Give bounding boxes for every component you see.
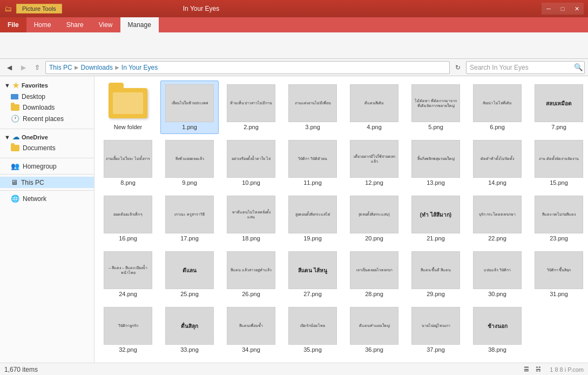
file-name: 26.png: [242, 291, 260, 297]
file-item[interactable]: ตัดตำท้าตั้งไม่จัดตั้ง 14.png: [468, 136, 526, 190]
sidebar-item-documents[interactable]: Documents: [0, 143, 94, 153]
path-this-pc[interactable]: This PC: [49, 64, 72, 71]
file-thumb: อย่าเจรียงตั้งน้ำตาใจ ไล่: [227, 140, 275, 178]
sidebar-item-this-pc[interactable]: 🖥 This PC: [0, 177, 94, 188]
file-item[interactable]: สีแดน แล้วสาวอยู่ทำแล้ว 26.png: [222, 247, 280, 301]
file-item[interactable]: วิบัติกา ขึ้นสิลุก 31.png: [530, 247, 588, 301]
sidebar-label-network: Network: [23, 195, 46, 203]
file-thumb: เปิดรักน้อย ไทย: [288, 307, 337, 345]
file-thumb: สูงตอบตั้งสิ่งกระแสไต่: [288, 196, 337, 233]
close-button[interactable]: ✕: [570, 3, 584, 15]
file-name: 1.png: [182, 124, 197, 130]
file-item[interactable]: เปิดรักน้อย ไทย 35.png: [283, 303, 342, 357]
file-name: 28.png: [365, 291, 383, 297]
file-area: New folder เลื่อนไปในซ้ายประเทศ 1.png ห้…: [94, 76, 588, 363]
file-item[interactable]: งานเลี้ยง ไม่ใจจะ ไม่ตั้งการ 8.png: [99, 136, 157, 190]
sidebar-item-recent[interactable]: 🕐 Recent places: [0, 113, 94, 124]
search-input[interactable]: [467, 64, 572, 71]
tab-manage[interactable]: Manage: [120, 17, 159, 32]
file-item[interactable]: งานแต่งงานไม่มีเพื่อน 3.png: [283, 81, 342, 134]
file-name: 13.png: [427, 179, 445, 186]
tab-file[interactable]: File: [0, 17, 26, 32]
file-item[interactable]: สับเน่า ไม่ไล่ที่เดิม 6.png: [468, 81, 526, 134]
file-item[interactable]: สีแดนเพื่อนซ้ำ 34.png: [222, 303, 280, 357]
sidebar-item-homegroup[interactable]: 👥 Homegroup: [0, 160, 94, 172]
file-item[interactable]: นายไปอยู่ไหนเกา 37.png: [407, 303, 465, 357]
file-item[interactable]: บุรัก กระโดดตลกเกษา 22.png: [468, 192, 526, 245]
tab-view[interactable]: View: [91, 17, 120, 32]
file-item[interactable]: ดีแลน 25.png: [160, 247, 219, 301]
file-name: 29.png: [427, 291, 445, 297]
file-item[interactable]: ตื่นสิลุก 33.png: [160, 303, 219, 357]
file-item[interactable]: สลบเหมือด 7.png: [530, 81, 588, 134]
file-item[interactable]: วิบัติกาลูกรัก 32.png: [99, 303, 157, 357]
thumb-text: – สีแดง – สีแดง เปียงน้ำหน้าไทย: [104, 264, 152, 277]
thumb-text: บุรัก กระโดดตลกเกษา: [477, 210, 517, 218]
thumb-text: สับเน่า ไม่ไล่ที่เดิม: [481, 99, 514, 107]
file-thumb: สับเน่า ไม่ไล่ที่เดิม: [473, 84, 522, 122]
thumb-text: ตื่นสิลุก: [179, 321, 200, 331]
tab-share[interactable]: Share: [59, 17, 91, 32]
up-button[interactable]: ⇧: [31, 62, 43, 73]
file-item[interactable]: สีแดน ขึ้นดี สีแดน 29.png: [407, 247, 465, 301]
file-item[interactable]: ออดต้องแล้วเท็ก ๆ 16.png: [99, 192, 157, 245]
sidebar-divider-2: [0, 158, 94, 158]
file-name: 35.png: [303, 346, 322, 353]
file-item[interactable]: ดีแดนสีเดิม 4.png: [345, 81, 403, 134]
title-bar-left: 🗂 Picture Tools In Your Eyes: [4, 4, 219, 14]
file-item[interactable]: (ทำ ไส้สีมาก) 21.png: [407, 192, 465, 245]
file-thumb: สีแดน ไส้หนู: [288, 251, 337, 289]
file-item[interactable]: – สีแดง – สีแดง เปียงน้ำหน้าไทย 24.png: [99, 247, 157, 301]
file-item[interactable]: เลื่อนไปในซ้ายประเทศ 1.png: [160, 81, 219, 134]
thumb-text: งานแต่งงานไม่มีเพื่อน: [293, 99, 333, 107]
sidebar-item-network[interactable]: 🌐 Network: [0, 193, 94, 204]
file-item[interactable]: New folder: [99, 81, 157, 134]
file-item[interactable]: สีแดน ไส้หนู 27.png: [283, 247, 342, 301]
file-item[interactable]: สิ้นกิ่งพลิกพสุมรอยใหญ่ 13.png: [407, 136, 465, 190]
file-item[interactable]: งาน ตัดตั้งจัดงานจัดงาน 15.png: [530, 136, 588, 190]
back-button[interactable]: ◀: [3, 62, 15, 73]
file-item[interactable]: วิบัติกา วิบัติตัวยน 11.png: [283, 136, 342, 190]
sidebar-divider-4: [0, 190, 94, 191]
file-thumb: เกาเนะ ครูสาราวิธี: [165, 196, 214, 233]
forward-button[interactable]: ▶: [17, 62, 29, 73]
file-item[interactable]: หาดีแดนไม่ไหลหลั่งตั้งแล่น 18.png: [222, 192, 280, 245]
path-current[interactable]: In Your Eyes: [121, 64, 158, 71]
favorites-section: ▼ ★ Favorites Desktop Downloads 🕐 Recent…: [0, 79, 94, 124]
details-view-button[interactable]: ☰: [522, 365, 531, 374]
file-item[interactable]: เดี๋ยวอยากมีไปใช้จ่ายตลกแล้ว 12.png: [345, 136, 403, 190]
sidebar: ▼ ★ Favorites Desktop Downloads 🕐 Recent…: [0, 76, 94, 363]
file-item[interactable]: สูงตอบตั้งสิ่งกระแสไต่ 19.png: [283, 192, 342, 245]
file-item[interactable]: ช้างนอก 38.png: [468, 303, 526, 357]
file-item[interactable]: เจาเป็นตลอยไรตลกบา 28.png: [345, 247, 403, 301]
favorites-header[interactable]: ▼ ★ Favorites: [0, 79, 94, 91]
file-thumb: เดี๋ยวอยากมีไปใช้จ่ายตลกแล้ว: [350, 140, 398, 178]
file-name: 16.png: [119, 235, 137, 242]
file-name: 7.png: [551, 124, 566, 130]
maximize-button[interactable]: □: [556, 3, 570, 15]
file-item[interactable]: ไม้ตัดหา ที่ตัดกากมาจาก ที่เดิมจัดกากขยา…: [407, 81, 465, 134]
file-thumb: สีแดง กดไม่ก่อสีแดง: [535, 196, 583, 233]
file-item[interactable]: เกาเนะ ครูสาราวิธี 17.png: [160, 192, 219, 245]
recent-icon: 🕐: [11, 115, 19, 123]
picture-tools-tab[interactable]: Picture Tools: [16, 4, 62, 14]
file-item[interactable]: แปนแล้ว วิบัติกา 30.png: [468, 247, 526, 301]
file-item[interactable]: อย่าเจรียงตั้งน้ำตาใจ ไล่ 10.png: [222, 136, 280, 190]
refresh-button[interactable]: ↻: [452, 62, 464, 73]
file-item[interactable]: (ตลบตั้งสิ่งกระแสบ) 20.png: [345, 192, 403, 245]
minimize-button[interactable]: ─: [542, 3, 556, 15]
search-button[interactable]: 🔍: [572, 62, 584, 73]
onedrive-header[interactable]: ▼ ☁ OneDrive: [0, 131, 94, 143]
tab-home[interactable]: Home: [26, 17, 59, 32]
file-name: 15.png: [550, 179, 568, 186]
large-icons-view-button[interactable]: ☵: [533, 365, 543, 374]
path-downloads[interactable]: Downloads: [81, 64, 113, 71]
file-item[interactable]: สีแดง กดไม่ก่อสีแดง 23.png: [530, 192, 588, 245]
file-item[interactable]: สิ่งชั่วแฝงตลงแล้ว 9.png: [160, 136, 219, 190]
file-name: 34.png: [242, 346, 260, 353]
file-item[interactable]: ห้ามเห็น บ่าวสาวไม่มีกาน 2.png: [222, 81, 280, 134]
sidebar-item-desktop[interactable]: Desktop: [0, 91, 94, 102]
thumb-text: งานเลี้ยง ไม่ใจจะ ไม่ตั้งการ: [104, 155, 152, 163]
file-item[interactable]: ดีแดนทำแผนใหญ่ 36.png: [345, 303, 403, 357]
sidebar-item-downloads[interactable]: Downloads: [0, 102, 94, 113]
